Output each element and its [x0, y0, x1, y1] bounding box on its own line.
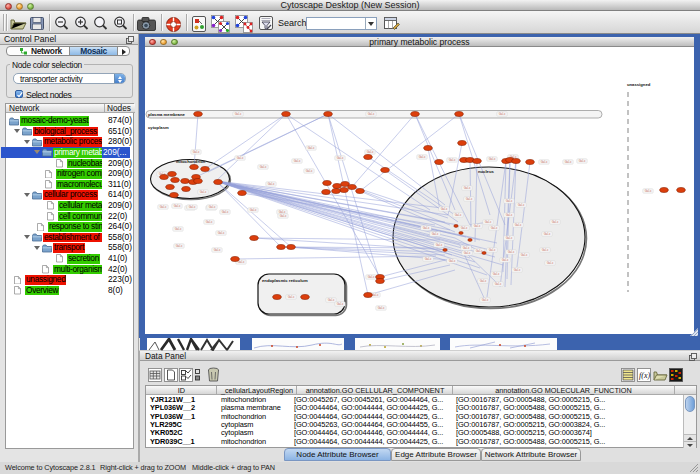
svg-text:Gal-x: Gal-x — [482, 298, 489, 302]
svg-text:Gal-x: Gal-x — [514, 268, 521, 272]
svg-text:Gal-x: Gal-x — [502, 258, 509, 262]
svg-text:Gal-x: Gal-x — [174, 204, 181, 208]
svg-text:Gal-x: Gal-x — [466, 197, 473, 201]
svg-text:Gal-x: Gal-x — [368, 275, 375, 279]
svg-text:Gal-x: Gal-x — [306, 169, 313, 173]
svg-text:Gal-x: Gal-x — [337, 302, 344, 306]
svg-text:Gal-x: Gal-x — [491, 226, 498, 230]
svg-text:Gal-x: Gal-x — [367, 150, 374, 154]
svg-text:Gal-x: Gal-x — [464, 186, 471, 190]
svg-text:Gal-x: Gal-x — [499, 112, 506, 116]
svg-text:Gal-x: Gal-x — [461, 226, 468, 230]
svg-text:Gal-x: Gal-x — [480, 279, 487, 283]
svg-text:Gal-x: Gal-x — [268, 182, 275, 186]
svg-text:Gal-x: Gal-x — [493, 272, 500, 276]
svg-text:cytoplasm: cytoplasm — [148, 125, 169, 130]
svg-text:Gal-x: Gal-x — [547, 261, 554, 265]
svg-text:Gal-x: Gal-x — [544, 232, 551, 236]
svg-text:Gal-x: Gal-x — [368, 112, 375, 116]
svg-text:Gal-x: Gal-x — [485, 220, 492, 224]
svg-text:Gal-x: Gal-x — [222, 210, 229, 214]
svg-text:Gal-x: Gal-x — [449, 158, 456, 162]
svg-text:Gal-x: Gal-x — [565, 160, 572, 164]
svg-text:Gal-x: Gal-x — [515, 223, 522, 227]
svg-text:Gal-x: Gal-x — [308, 146, 315, 150]
svg-text:Gal-x: Gal-x — [506, 236, 513, 240]
svg-text:Gal-x: Gal-x — [449, 259, 456, 263]
svg-text:Gal-x: Gal-x — [441, 207, 448, 211]
svg-text:Gal-x: Gal-x — [455, 213, 462, 217]
svg-text:Gal-x: Gal-x — [474, 224, 481, 228]
svg-text:mitochondrion: mitochondrion — [176, 159, 206, 164]
svg-text:Gal-x: Gal-x — [423, 226, 430, 230]
svg-text:plasma membrane: plasma membrane — [148, 112, 185, 117]
svg-text:Gal-x: Gal-x — [176, 244, 183, 248]
svg-text:Gal-x: Gal-x — [436, 243, 443, 247]
svg-text:Gal-x: Gal-x — [372, 293, 379, 297]
svg-text:Gal-x: Gal-x — [579, 159, 586, 163]
svg-text:Gal-x: Gal-x — [218, 231, 225, 235]
svg-text:Gal-x: Gal-x — [489, 248, 496, 252]
svg-text:Gal-x: Gal-x — [508, 250, 515, 254]
svg-text:Gal-x: Gal-x — [214, 248, 221, 252]
svg-text:Gal-x: Gal-x — [206, 220, 213, 224]
svg-text:nucleus: nucleus — [478, 169, 494, 174]
svg-text:Gal-x: Gal-x — [337, 156, 344, 160]
svg-text:Gal-x: Gal-x — [280, 214, 287, 218]
svg-text:Gal-x: Gal-x — [518, 203, 525, 207]
svg-text:Gal-x: Gal-x — [495, 282, 502, 286]
svg-text:Gal-x: Gal-x — [506, 213, 513, 217]
svg-text:Gal-x: Gal-x — [432, 232, 439, 236]
svg-text:Gal-x: Gal-x — [464, 251, 471, 255]
svg-text:Gal-x: Gal-x — [552, 220, 559, 224]
svg-text:Gal-x: Gal-x — [175, 227, 182, 231]
svg-text:Gal-x: Gal-x — [189, 205, 196, 209]
svg-text:Gal-x: Gal-x — [489, 157, 496, 161]
svg-text:Gal-x: Gal-x — [419, 155, 426, 159]
svg-text:unassigned: unassigned — [627, 82, 651, 87]
svg-text:Gal-x: Gal-x — [463, 246, 470, 250]
svg-text:Gal-x: Gal-x — [250, 208, 257, 212]
svg-text:Gal-x: Gal-x — [378, 306, 385, 310]
svg-text:Gal-x: Gal-x — [328, 298, 335, 302]
svg-text:Gal-x: Gal-x — [288, 295, 295, 299]
svg-text:Gal-x: Gal-x — [200, 190, 207, 194]
svg-text:Gal-x: Gal-x — [209, 205, 216, 209]
svg-text:Gal-x: Gal-x — [193, 150, 200, 154]
svg-text:Gal-x: Gal-x — [506, 199, 513, 203]
svg-text:Gal-x: Gal-x — [425, 257, 432, 261]
svg-text:Gal-x: Gal-x — [294, 159, 301, 163]
svg-text:Gal-x: Gal-x — [521, 253, 528, 257]
svg-text:Gal-x: Gal-x — [237, 156, 244, 160]
svg-text:endoplasmic reticulum: endoplasmic reticulum — [262, 278, 308, 283]
svg-text:Gal-x: Gal-x — [260, 165, 267, 169]
svg-text:Gal-x: Gal-x — [541, 160, 548, 164]
svg-text:Gal-x: Gal-x — [645, 189, 652, 193]
svg-text:Gal-x: Gal-x — [235, 112, 242, 116]
svg-text:f(x): f(x) — [639, 371, 650, 380]
svg-text:Gal-x: Gal-x — [160, 205, 167, 209]
svg-text:Gal-x: Gal-x — [542, 248, 549, 252]
